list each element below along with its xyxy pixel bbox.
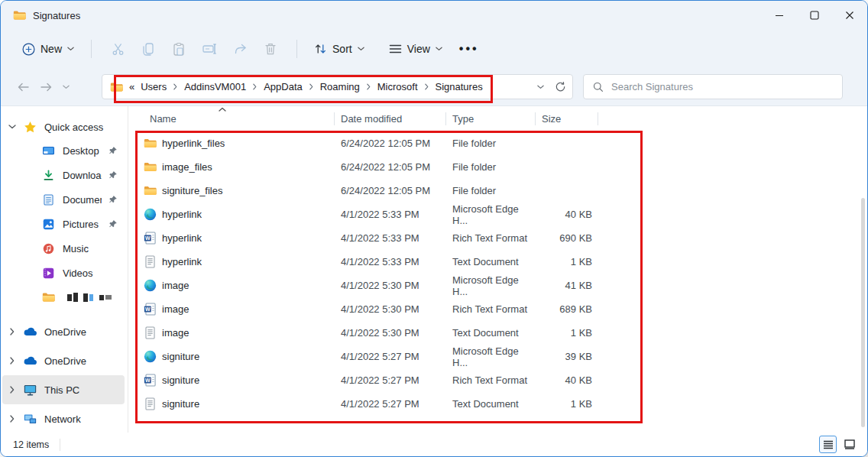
- chevron-down-icon[interactable]: [2, 125, 22, 129]
- sidebar-item-desktop[interactable]: Desktop: [2, 138, 125, 163]
- column-header-type[interactable]: Type: [445, 106, 535, 131]
- vertical-scrollbar[interactable]: [861, 198, 865, 427]
- close-button[interactable]: [832, 1, 867, 30]
- address-bar[interactable]: « Users AddinsVM001 AppData Roaming Micr…: [102, 74, 573, 99]
- chevron-right-icon[interactable]: [2, 415, 22, 423]
- view-button[interactable]: View: [383, 38, 449, 60]
- up-arrow-icon: [79, 80, 92, 93]
- status-divider: [60, 439, 60, 451]
- file-row[interactable]: image_files 6/24/2022 12:05 PM File fold…: [128, 155, 867, 179]
- sidebar-item-redacted-folder[interactable]: [2, 285, 125, 310]
- maximize-button[interactable]: [797, 1, 832, 30]
- chevron-right-icon: [366, 83, 371, 90]
- file-row[interactable]: signiture 4/1/2022 5:27 PM Rich Text For…: [128, 368, 867, 392]
- column-headers: Name Date modified Type Size: [128, 106, 867, 131]
- address-dropdown-button[interactable]: [537, 85, 544, 89]
- breadcrumb-signatures[interactable]: Signatures: [431, 79, 487, 95]
- back-arrow-icon: [17, 81, 30, 93]
- file-row[interactable]: image 4/1/2022 5:30 PM Text Document 1 K…: [128, 321, 867, 345]
- onedrive-cloud-icon: [22, 327, 37, 336]
- search-icon: [593, 82, 604, 92]
- minimize-icon: [775, 11, 784, 20]
- file-row[interactable]: hyperlink 4/1/2022 5:33 PM Rich Text For…: [128, 226, 867, 250]
- sidebar-item-pictures[interactable]: Pictures: [2, 212, 125, 236]
- breadcrumb-roaming[interactable]: Roaming: [316, 79, 364, 95]
- redacted-label: [67, 293, 112, 302]
- sidebar-item-music[interactable]: Music: [2, 236, 125, 261]
- search-input[interactable]: [611, 81, 833, 92]
- sidebar-item-downloads[interactable]: Downloads: [2, 163, 125, 187]
- forward-arrow-icon: [40, 81, 53, 93]
- content-area: Quick access Desktop Downloads Documents: [1, 106, 867, 433]
- large-icons-view-toggle[interactable]: [840, 436, 858, 453]
- collapsed-path-indicator[interactable]: «: [125, 81, 136, 92]
- pin-icon: [102, 195, 125, 204]
- share-icon: [233, 42, 248, 56]
- delete-button[interactable]: [255, 36, 286, 62]
- chevron-right-icon: [252, 83, 257, 90]
- rename-button[interactable]: [194, 36, 225, 62]
- navigation-pane: Quick access Desktop Downloads Documents: [1, 106, 128, 433]
- paste-icon: [172, 42, 186, 57]
- breadcrumb-microsoft[interactable]: Microsoft: [373, 79, 423, 95]
- file-row[interactable]: signiture 4/1/2022 5:27 PM Text Document…: [128, 392, 867, 416]
- maximize-icon: [810, 11, 819, 20]
- title-bar[interactable]: Signatures: [1, 1, 867, 30]
- chevron-right-icon[interactable]: [2, 357, 22, 365]
- sidebar-item-this-pc[interactable]: This PC: [2, 375, 125, 404]
- file-row[interactable]: signiture_files 6/24/2022 12:05 PM File …: [128, 179, 867, 203]
- share-button[interactable]: [225, 36, 255, 62]
- details-view-icon: [823, 440, 834, 449]
- sidebar-item-quick-access[interactable]: Quick access: [2, 115, 125, 138]
- sort-button[interactable]: Sort: [308, 38, 371, 60]
- search-box[interactable]: [583, 74, 843, 99]
- breadcrumb-appdata[interactable]: AppData: [259, 79, 307, 95]
- up-button[interactable]: [74, 76, 97, 99]
- window-chrome: Signatures: [1, 1, 867, 106]
- onedrive-cloud-icon: [22, 356, 37, 365]
- rich-text-icon: [144, 303, 157, 316]
- chevron-right-icon[interactable]: [2, 328, 22, 335]
- details-view-toggle[interactable]: [819, 436, 837, 453]
- minimize-button[interactable]: [762, 1, 797, 30]
- file-row[interactable]: hyperlink 4/1/2022 5:33 PM Text Document…: [128, 250, 867, 274]
- address-row: « Users AddinsVM001 AppData Roaming Micr…: [1, 68, 867, 106]
- sidebar-item-videos[interactable]: Videos: [2, 261, 125, 285]
- music-icon: [40, 243, 56, 254]
- network-icon: [22, 413, 37, 424]
- breadcrumb-users[interactable]: Users: [136, 79, 171, 95]
- text-document-icon: [144, 255, 157, 268]
- copy-icon: [141, 42, 155, 57]
- file-explorer-window: Signatures: [0, 0, 868, 457]
- forward-button[interactable]: [34, 76, 57, 99]
- file-row[interactable]: image 4/1/2022 5:30 PM Rich Text Format …: [128, 297, 867, 321]
- recent-locations-button[interactable]: [57, 76, 74, 99]
- cut-button[interactable]: [102, 36, 133, 62]
- sidebar-item-onedrive-1[interactable]: OneDrive: [2, 317, 125, 346]
- trash-icon: [264, 42, 277, 57]
- more-options-button[interactable]: •••: [449, 42, 490, 56]
- file-row[interactable]: hyperlink_files 6/24/2022 12:05 PM File …: [128, 131, 867, 155]
- sidebar-item-onedrive-2[interactable]: OneDrive: [2, 346, 125, 375]
- documents-icon: [40, 194, 56, 206]
- chevron-right-icon[interactable]: [2, 386, 22, 394]
- file-row[interactable]: image 4/1/2022 5:30 PM Microsoft Edge H.…: [128, 274, 867, 297]
- file-row[interactable]: hyperlink 4/1/2022 5:33 PM Microsoft Edg…: [128, 203, 867, 226]
- new-button[interactable]: New: [16, 38, 80, 60]
- breadcrumb-addinsvm001[interactable]: AddinsVM001: [180, 79, 251, 95]
- cut-scissors-icon: [111, 42, 125, 57]
- sidebar-item-documents[interactable]: Documents: [2, 187, 125, 212]
- back-button[interactable]: [11, 76, 34, 99]
- column-header-size[interactable]: Size: [535, 106, 598, 131]
- refresh-button[interactable]: [555, 81, 566, 92]
- sidebar-item-network[interactable]: Network: [2, 404, 125, 433]
- chevron-right-icon: [424, 83, 429, 90]
- toolbar-separator: [91, 40, 92, 58]
- column-header-name[interactable]: Name: [144, 106, 334, 131]
- column-header-date-modified[interactable]: Date modified: [334, 106, 445, 131]
- breadcrumb: Users AddinsVM001 AppData Roaming Micros…: [136, 79, 537, 95]
- pictures-icon: [40, 219, 56, 230]
- paste-button[interactable]: [164, 36, 194, 62]
- copy-button[interactable]: [133, 36, 164, 62]
- file-row[interactable]: signiture 4/1/2022 5:27 PM Microsoft Edg…: [128, 345, 867, 368]
